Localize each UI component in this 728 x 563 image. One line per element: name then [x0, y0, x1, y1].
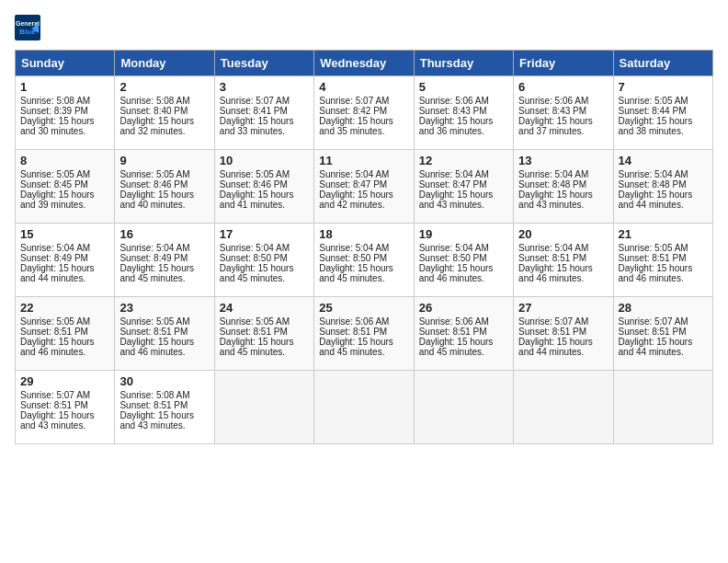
day-number: 19	[419, 227, 508, 241]
daylight-minutes: and 36 minutes.	[419, 126, 484, 136]
calendar-cell: 8Sunrise: 5:05 AMSunset: 8:45 PMDaylight…	[16, 150, 115, 224]
sunset-label: Sunset: 8:50 PM	[319, 253, 387, 263]
sunset-label: Sunset: 8:39 PM	[20, 106, 88, 116]
calendar-cell: 11Sunrise: 5:04 AMSunset: 8:47 PMDayligh…	[314, 150, 414, 224]
calendar-cell: 27Sunrise: 5:07 AMSunset: 8:51 PMDayligh…	[514, 297, 613, 371]
calendar-cell: 25Sunrise: 5:06 AMSunset: 8:51 PMDayligh…	[314, 297, 414, 371]
daylight-label: Daylight: 15 hours	[119, 116, 194, 126]
calendar-cell: 1Sunrise: 5:08 AMSunset: 8:39 PMDaylight…	[16, 76, 115, 150]
day-number: 15	[20, 227, 109, 241]
daylight-label: Daylight: 15 hours	[419, 263, 494, 273]
daylight-minutes: and 35 minutes.	[319, 126, 384, 136]
day-number: 5	[419, 80, 508, 94]
day-number: 30	[119, 374, 209, 388]
sunset-label: Sunset: 8:49 PM	[20, 253, 88, 263]
calendar-row: 1Sunrise: 5:08 AMSunset: 8:39 PMDaylight…	[16, 76, 713, 150]
daylight-minutes: and 45 minutes.	[220, 273, 285, 283]
daylight-label: Daylight: 15 hours	[319, 116, 393, 126]
daylight-minutes: and 41 minutes.	[220, 200, 285, 210]
daylight-minutes: and 46 minutes.	[518, 273, 584, 283]
sunrise-label: Sunrise: 5:05 AM	[119, 169, 189, 179]
daylight-minutes: and 33 minutes.	[220, 126, 285, 136]
daylight-label: Daylight: 15 hours	[20, 410, 95, 420]
day-number: 16	[119, 227, 209, 241]
sunrise-label: Sunrise: 5:05 AM	[220, 316, 290, 327]
sunrise-label: Sunrise: 5:04 AM	[319, 169, 389, 179]
sunrise-label: Sunrise: 5:08 AM	[20, 96, 90, 106]
col-wednesday: Wednesday	[314, 51, 414, 76]
sunrise-label: Sunrise: 5:05 AM	[619, 243, 688, 253]
day-number: 9	[119, 154, 209, 167]
sunrise-label: Sunrise: 5:05 AM	[119, 316, 189, 327]
calendar-table: Sunday Monday Tuesday Wednesday Thursday…	[15, 50, 713, 444]
calendar-cell: 16Sunrise: 5:04 AMSunset: 8:49 PMDayligh…	[115, 224, 214, 297]
calendar-row: 8Sunrise: 5:05 AMSunset: 8:45 PMDaylight…	[16, 150, 713, 224]
day-number: 23	[119, 301, 209, 315]
sunset-label: Sunset: 8:51 PM	[220, 327, 288, 337]
sunset-label: Sunset: 8:48 PM	[619, 179, 687, 190]
daylight-label: Daylight: 15 hours	[419, 337, 494, 347]
daylight-label: Daylight: 15 hours	[20, 263, 95, 273]
daylight-minutes: and 43 minutes.	[419, 200, 484, 210]
day-number: 21	[619, 227, 708, 241]
calendar-cell: 30Sunrise: 5:08 AMSunset: 8:51 PMDayligh…	[115, 371, 214, 444]
calendar-cell	[613, 371, 712, 444]
daylight-minutes: and 45 minutes.	[119, 273, 185, 283]
day-number: 13	[518, 154, 608, 167]
day-number: 24	[220, 301, 309, 315]
daylight-label: Daylight: 15 hours	[319, 263, 393, 273]
calendar-cell	[214, 371, 313, 444]
calendar-cell: 2Sunrise: 5:08 AMSunset: 8:40 PMDaylight…	[115, 76, 214, 150]
day-number: 18	[319, 227, 408, 241]
sunrise-label: Sunrise: 5:06 AM	[419, 96, 489, 106]
col-monday: Monday	[115, 51, 214, 76]
calendar-cell: 20Sunrise: 5:04 AMSunset: 8:51 PMDayligh…	[514, 224, 613, 297]
daylight-label: Daylight: 15 hours	[518, 337, 593, 347]
calendar-cell	[514, 371, 613, 444]
sunset-label: Sunset: 8:47 PM	[319, 179, 387, 190]
day-number: 11	[319, 154, 408, 167]
col-friday: Friday	[514, 51, 613, 76]
day-number: 29	[20, 374, 109, 388]
sunrise-label: Sunrise: 5:07 AM	[518, 316, 588, 327]
day-number: 6	[518, 80, 608, 94]
day-number: 26	[419, 301, 508, 315]
header: General Blue	[15, 15, 713, 40]
sunset-label: Sunset: 8:48 PM	[518, 179, 586, 190]
sunset-label: Sunset: 8:43 PM	[419, 106, 487, 116]
sunrise-label: Sunrise: 5:04 AM	[319, 243, 389, 253]
daylight-minutes: and 43 minutes.	[20, 420, 85, 431]
sunrise-label: Sunrise: 5:07 AM	[619, 316, 688, 327]
header-row: Sunday Monday Tuesday Wednesday Thursday…	[16, 51, 713, 76]
sunrise-label: Sunrise: 5:04 AM	[119, 243, 189, 253]
calendar-cell: 24Sunrise: 5:05 AMSunset: 8:51 PMDayligh…	[214, 297, 313, 371]
daylight-minutes: and 37 minutes.	[518, 126, 584, 136]
day-number: 3	[220, 80, 309, 94]
daylight-minutes: and 42 minutes.	[319, 200, 384, 210]
day-number: 25	[319, 301, 408, 315]
sunset-label: Sunset: 8:50 PM	[220, 253, 288, 263]
day-number: 27	[518, 301, 608, 315]
daylight-minutes: and 44 minutes.	[619, 200, 684, 210]
sunset-label: Sunset: 8:46 PM	[220, 179, 288, 190]
calendar-cell: 15Sunrise: 5:04 AMSunset: 8:49 PMDayligh…	[16, 224, 115, 297]
daylight-label: Daylight: 15 hours	[220, 116, 294, 126]
calendar-cell: 10Sunrise: 5:05 AMSunset: 8:46 PMDayligh…	[214, 150, 313, 224]
daylight-label: Daylight: 15 hours	[220, 190, 294, 200]
sunrise-label: Sunrise: 5:08 AM	[119, 390, 189, 400]
sunset-label: Sunset: 8:51 PM	[319, 327, 387, 337]
calendar-cell: 17Sunrise: 5:04 AMSunset: 8:50 PMDayligh…	[214, 224, 313, 297]
sunrise-label: Sunrise: 5:06 AM	[518, 96, 588, 106]
daylight-minutes: and 40 minutes.	[119, 200, 185, 210]
calendar-cell: 23Sunrise: 5:05 AMSunset: 8:51 PMDayligh…	[115, 297, 214, 371]
sunrise-label: Sunrise: 5:07 AM	[20, 390, 90, 400]
daylight-minutes: and 44 minutes.	[619, 347, 684, 357]
daylight-minutes: and 46 minutes.	[20, 347, 85, 357]
sunrise-label: Sunrise: 5:04 AM	[518, 169, 588, 179]
daylight-minutes: and 46 minutes.	[419, 273, 484, 283]
sunset-label: Sunset: 8:51 PM	[619, 327, 687, 337]
daylight-label: Daylight: 15 hours	[220, 263, 294, 273]
sunrise-label: Sunrise: 5:05 AM	[619, 96, 688, 106]
daylight-label: Daylight: 15 hours	[20, 190, 95, 200]
daylight-label: Daylight: 15 hours	[518, 190, 593, 200]
